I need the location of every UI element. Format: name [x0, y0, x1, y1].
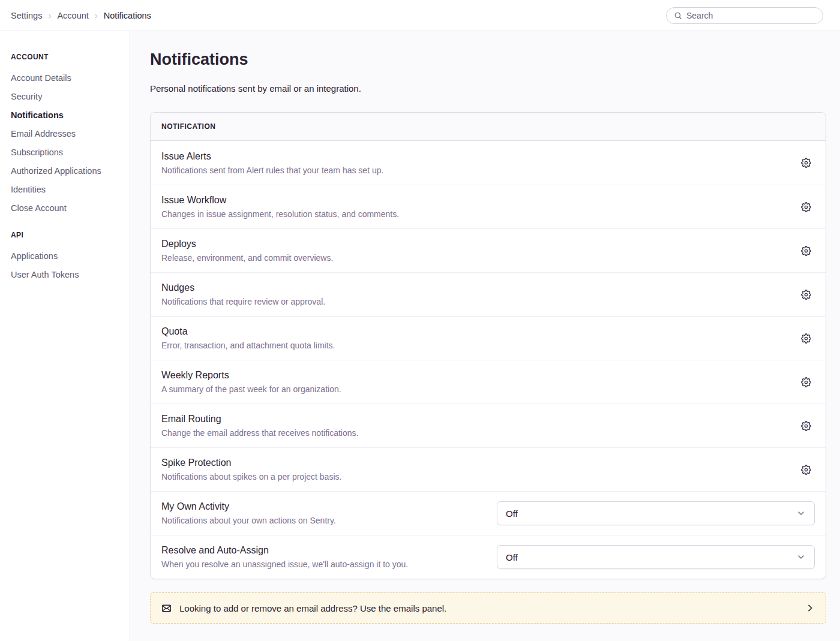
select-value: Off [506, 552, 518, 562]
notification-row-quota: QuotaError, transaction, and attachment … [151, 316, 826, 360]
chevron-down-icon [796, 508, 806, 518]
weekly-reports-settings-button[interactable] [797, 374, 815, 391]
row-text: My Own ActivityNotifications about your … [161, 501, 497, 525]
gear-icon [801, 465, 811, 475]
row-description: Notifications about your own actions on … [161, 516, 497, 525]
sidebar-item-authorized-applications[interactable]: Authorized Applications [11, 166, 124, 176]
row-text: Spike ProtectionNotifications about spik… [161, 458, 797, 481]
select-value: Off [506, 508, 518, 519]
gear-icon [801, 246, 811, 256]
row-description: A summary of the past week for an organi… [161, 384, 797, 394]
gear-icon [801, 421, 811, 431]
notification-row-spike-protection: Spike ProtectionNotifications about spik… [151, 447, 826, 491]
row-description: Notifications sent from Alert rules that… [161, 165, 797, 175]
notifications-panel: NOTIFICATION Issue AlertsNotifications s… [150, 112, 826, 579]
sidebar-item-close-account[interactable]: Close Account [11, 203, 124, 213]
sidebar-heading-api: API [11, 231, 124, 239]
row-description: Change the email address that receives n… [161, 428, 797, 438]
nudges-settings-button[interactable] [797, 286, 815, 303]
resolve-and-auto-assign-select[interactable]: Off [497, 545, 815, 569]
topbar: Settings › Account › Notifications [0, 0, 840, 31]
search-input[interactable] [686, 11, 815, 20]
row-title: Email Routing [161, 414, 797, 425]
notification-row-email-routing: Email RoutingChange the email address th… [151, 404, 826, 447]
row-title: My Own Activity [161, 501, 497, 512]
breadcrumb-notifications: Notifications [104, 11, 151, 20]
sidebar-item-subscriptions[interactable]: Subscriptions [11, 148, 124, 157]
row-title: Resolve and Auto-Assign [161, 545, 497, 556]
sidebar-item-notifications[interactable]: Notifications [11, 110, 124, 120]
sidebar-item-user-auth-tokens[interactable]: User Auth Tokens [11, 270, 124, 279]
issue-alerts-settings-button[interactable] [797, 154, 815, 171]
spike-protection-settings-button[interactable] [797, 461, 815, 479]
row-description: Release, environment, and commit overvie… [161, 253, 797, 263]
row-text: Weekly ReportsA summary of the past week… [161, 370, 797, 394]
sidebar-item-security[interactable]: Security [11, 92, 124, 101]
notification-row-my-own-activity: My Own ActivityNotifications about your … [151, 491, 826, 535]
sidebar-item-email-addresses[interactable]: Email Addresses [11, 129, 124, 139]
notification-row-issue-alerts: Issue AlertsNotifications sent from Aler… [151, 141, 826, 185]
notification-row-nudges: NudgesNotifications that require review … [151, 272, 826, 316]
breadcrumb: Settings › Account › Notifications [11, 10, 151, 20]
panel-header: NOTIFICATION [151, 113, 826, 141]
breadcrumb-separator-icon: › [48, 10, 51, 20]
row-text: NudgesNotifications that require review … [161, 282, 797, 306]
notification-row-weekly-reports: Weekly ReportsA summary of the past week… [151, 360, 826, 404]
search-icon [674, 11, 682, 20]
gear-icon [801, 158, 811, 168]
gear-icon [801, 333, 811, 344]
issue-workflow-settings-button[interactable] [797, 198, 815, 216]
row-text: DeploysRelease, environment, and commit … [161, 239, 797, 263]
breadcrumb-separator-icon: › [95, 10, 98, 20]
breadcrumb-settings[interactable]: Settings [11, 11, 42, 20]
row-description: Changes in issue assignment, resolution … [161, 209, 797, 219]
row-text: Resolve and Auto-AssignWhen you resolve … [161, 545, 497, 569]
row-description: Notifications about spikes on a per proj… [161, 472, 797, 481]
gear-icon [801, 290, 811, 300]
main-content: Notifications Personal notifications sen… [130, 31, 840, 641]
row-description: Error, transaction, and attachment quota… [161, 341, 797, 350]
notification-row-deploys: DeploysRelease, environment, and commit … [151, 228, 826, 272]
quota-settings-button[interactable] [797, 330, 815, 347]
gear-icon [801, 377, 811, 387]
notification-row-issue-workflow: Issue WorkflowChanges in issue assignmen… [151, 185, 826, 228]
row-description: When you resolve an unassigned issue, we… [161, 559, 497, 569]
row-title: Spike Protection [161, 458, 797, 468]
emails-banner[interactable]: Looking to add or remove an email addres… [150, 592, 826, 624]
row-title: Issue Alerts [161, 151, 797, 162]
email-routing-settings-button[interactable] [797, 417, 815, 435]
row-title: Quota [161, 326, 797, 337]
sidebar-item-account-details[interactable]: Account Details [11, 73, 124, 83]
sidebar-section-account: ACCOUNTAccount DetailsSecurityNotificati… [11, 53, 124, 213]
row-title: Nudges [161, 282, 797, 293]
row-text: Email RoutingChange the email address th… [161, 414, 797, 438]
page-subtitle: Personal notifications sent by email or … [150, 83, 826, 94]
breadcrumb-account[interactable]: Account [57, 11, 88, 20]
notification-row-resolve-and-auto-assign: Resolve and Auto-AssignWhen you resolve … [151, 535, 826, 579]
banner-text: Looking to add or remove an email addres… [179, 603, 797, 613]
row-title: Deploys [161, 239, 797, 249]
sidebar: ACCOUNTAccount DetailsSecurityNotificati… [0, 31, 130, 641]
gear-icon [801, 202, 811, 212]
envelope-icon [161, 603, 172, 613]
row-title: Weekly Reports [161, 370, 797, 381]
chevron-down-icon [796, 552, 806, 562]
sidebar-item-identities[interactable]: Identities [11, 185, 124, 194]
my-own-activity-select[interactable]: Off [497, 501, 815, 525]
row-title: Issue Workflow [161, 195, 797, 206]
sidebar-heading-account: ACCOUNT [11, 53, 124, 61]
deploys-settings-button[interactable] [797, 242, 815, 260]
search-box[interactable] [666, 7, 823, 24]
panel-rows: Issue AlertsNotifications sent from Aler… [151, 141, 826, 579]
row-text: Issue WorkflowChanges in issue assignmen… [161, 195, 797, 219]
row-description: Notifications that require review or app… [161, 297, 797, 306]
row-text: Issue AlertsNotifications sent from Aler… [161, 151, 797, 175]
sidebar-section-api: APIApplicationsUser Auth Tokens [11, 231, 124, 279]
page-title: Notifications [150, 50, 826, 69]
row-text: QuotaError, transaction, and attachment … [161, 326, 797, 350]
chevron-right-icon [805, 603, 815, 613]
sidebar-item-applications[interactable]: Applications [11, 251, 124, 261]
